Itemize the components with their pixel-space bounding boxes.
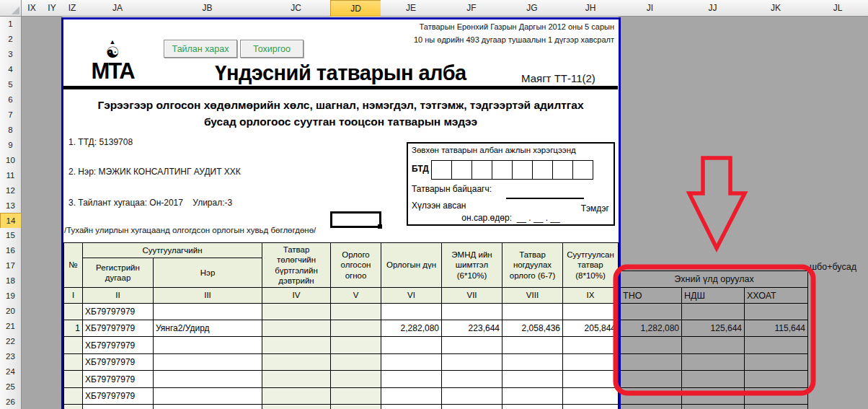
column-header-JA[interactable]: JA <box>82 0 154 17</box>
side-cell-r6-c2[interactable] <box>681 387 745 405</box>
row-header-4[interactable]: 4 <box>0 62 22 78</box>
main-cell-r7-c5[interactable] <box>330 404 381 409</box>
row-header-13[interactable]: 13 <box>0 198 22 214</box>
main-cell-r4-c8[interactable] <box>502 353 563 371</box>
row-header-5[interactable]: 5 <box>0 77 22 93</box>
main-cell-r1-c5[interactable] <box>330 303 381 320</box>
row-header-10[interactable]: 10 <box>0 152 22 168</box>
row-header-26[interactable]: 26 <box>0 394 22 409</box>
main-cell-r6-c9[interactable] <box>562 387 619 405</box>
side-cell-r1-c2[interactable] <box>681 303 745 320</box>
main-cell-r3-c6[interactable] <box>381 336 442 354</box>
main-cell-r2-c7[interactable]: 223,644 <box>441 320 502 337</box>
main-cell-r1-c8[interactable] <box>502 303 563 320</box>
main-cell-r5-c8[interactable] <box>502 370 563 388</box>
main-cell-r7-c4[interactable] <box>262 404 331 409</box>
main-cell-r2-c9[interactable]: 205,844 <box>562 320 619 337</box>
main-cell-r6-c1[interactable] <box>63 387 83 405</box>
main-cell-r4-c5[interactable] <box>330 353 381 371</box>
row-header-12[interactable]: 12 <box>0 182 22 198</box>
main-cell-r2-c8[interactable]: 2,058,436 <box>502 320 563 337</box>
row-header-15[interactable]: 15 <box>0 228 22 244</box>
side-cell-r2-c1[interactable]: 1,282,080 <box>620 320 682 337</box>
side-cell-r3-c3[interactable] <box>744 336 808 354</box>
row-header-11[interactable]: 11 <box>0 167 22 183</box>
main-cell-r6-c4[interactable] <box>262 387 331 405</box>
row-header-2[interactable]: 2 <box>0 32 22 48</box>
main-cell-r3-c5[interactable] <box>330 336 381 354</box>
main-cell-r5-c5[interactable] <box>330 370 381 388</box>
main-cell-r2-c6[interactable]: 2,282,080 <box>381 320 442 337</box>
side-cell-r1-c3[interactable] <box>744 303 808 320</box>
main-cell-r1-c4[interactable] <box>262 303 331 320</box>
main-cell-r4-c9[interactable] <box>562 353 619 371</box>
main-cell-r5-c6[interactable] <box>381 370 442 388</box>
main-cell-r4-c4[interactable] <box>262 353 331 371</box>
main-cell-r1-c1[interactable] <box>63 303 83 320</box>
side-cell-r3-c1[interactable] <box>620 336 682 354</box>
main-cell-r1-c7[interactable] <box>441 303 502 320</box>
column-header-JJ[interactable]: JJ <box>681 0 745 17</box>
main-cell-r4-c1[interactable] <box>63 353 83 371</box>
row-header-3[interactable]: 3 <box>0 47 22 63</box>
main-cell-r7-c2[interactable]: ХБ79797979 <box>82 404 154 409</box>
main-cell-r3-c8[interactable] <box>502 336 563 354</box>
main-cell-r6-c2[interactable]: ХБ79797979 <box>82 387 154 405</box>
column-header-JL[interactable]: JL <box>807 0 868 17</box>
main-cell-r6-c7[interactable] <box>441 387 502 405</box>
row-header-25[interactable]: 25 <box>0 379 22 395</box>
column-header-JH[interactable]: JH <box>562 0 619 17</box>
main-cell-r4-c7[interactable] <box>441 353 502 371</box>
main-cell-r2-c4[interactable] <box>262 320 331 337</box>
row-header-1[interactable]: 1 <box>0 17 22 32</box>
side-cell-r5-c3[interactable] <box>744 370 808 388</box>
settings-button[interactable]: Тохиргоо <box>240 40 304 58</box>
column-header-IX[interactable]: IX <box>22 0 43 17</box>
side-cell-r7-c2[interactable] <box>681 404 745 409</box>
row-header-17[interactable]: 17 <box>0 258 22 274</box>
column-header-JE[interactable]: JE <box>381 0 442 17</box>
main-cell-r2-c2[interactable]: ХБ79797979 <box>82 320 154 337</box>
row-header-6[interactable]: 6 <box>0 92 22 108</box>
main-cell-r5-c1[interactable] <box>63 370 83 388</box>
column-header-JD[interactable]: JD <box>330 0 381 17</box>
column-header-JG[interactable]: JG <box>502 0 563 17</box>
select-all-corner[interactable] <box>0 0 22 17</box>
row-header-24[interactable]: 24 <box>0 364 22 379</box>
main-cell-r3-c2[interactable]: ХБ79797979 <box>82 336 154 354</box>
main-cell-r6-c3[interactable] <box>153 387 262 405</box>
row-header-19[interactable]: 19 <box>0 289 22 304</box>
main-cell-r5-c9[interactable] <box>562 370 619 388</box>
active-cell-selection[interactable] <box>330 211 381 228</box>
main-cell-r1-c3[interactable] <box>153 303 262 320</box>
row-header-20[interactable]: 20 <box>0 304 22 320</box>
row-header-7[interactable]: 7 <box>0 107 22 123</box>
side-cell-r6-c1[interactable] <box>620 387 682 405</box>
main-cell-r1-c9[interactable] <box>562 303 619 320</box>
side-cell-r1-c1[interactable] <box>620 303 682 320</box>
row-header-23[interactable]: 23 <box>0 348 22 364</box>
main-cell-r5-c3[interactable] <box>153 370 262 388</box>
column-header-JI[interactable]: JI <box>619 0 682 17</box>
column-header-JF[interactable]: JF <box>441 0 502 17</box>
row-header-21[interactable]: 21 <box>0 318 22 334</box>
main-cell-r7-c1[interactable] <box>63 404 83 409</box>
main-cell-r3-c7[interactable] <box>441 336 502 354</box>
main-cell-r4-c3[interactable] <box>153 353 262 371</box>
side-cell-r4-c2[interactable] <box>681 353 745 371</box>
main-cell-r6-c8[interactable] <box>502 387 563 405</box>
main-cell-r3-c1[interactable] <box>63 336 83 354</box>
side-cell-r4-c3[interactable] <box>744 353 808 371</box>
main-cell-r5-c4[interactable] <box>262 370 331 388</box>
main-cell-r7-c3[interactable] <box>153 404 262 409</box>
main-cell-r7-c6[interactable] <box>381 404 442 409</box>
main-cell-r4-c6[interactable] <box>381 353 442 371</box>
column-header-JC[interactable]: JC <box>262 0 331 17</box>
column-header-JB[interactable]: JB <box>153 0 262 17</box>
side-cell-r7-c1[interactable] <box>620 404 682 409</box>
row-header-16[interactable]: 16 <box>0 243 22 259</box>
fill-handle[interactable] <box>378 224 382 229</box>
main-cell-r5-c2[interactable]: ХБ79797979 <box>82 370 154 388</box>
main-cell-r6-c6[interactable] <box>381 387 442 405</box>
column-header-IY[interactable]: IY <box>42 0 63 17</box>
